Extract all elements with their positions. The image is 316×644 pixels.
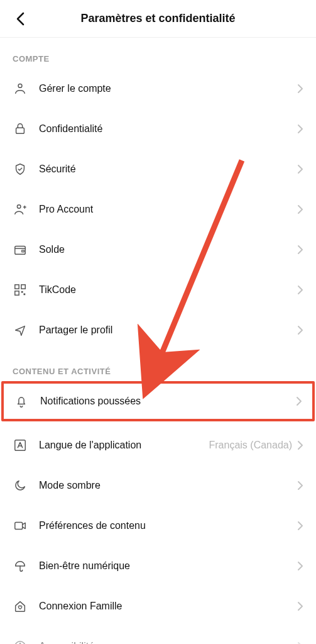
row-label: Partager le profil: [39, 325, 297, 336]
person-icon: [13, 81, 28, 96]
chevron-right-icon: [297, 204, 303, 214]
svg-rect-10: [15, 440, 26, 451]
umbrella-icon: [13, 558, 28, 574]
row-label: Accessibilité: [39, 641, 297, 644]
row-label: Gérer le compte: [39, 83, 297, 94]
row-label: Préférences de contenu: [39, 520, 297, 531]
row-family-pairing[interactable]: Connexion Famille: [0, 586, 316, 626]
lock-icon: [13, 121, 28, 136]
chevron-right-icon: [297, 601, 303, 611]
home-heart-icon: [13, 599, 28, 614]
row-dark-mode[interactable]: Mode sombre: [0, 465, 316, 506]
row-label: Confidentialité: [39, 123, 297, 135]
moon-icon: [13, 478, 28, 493]
qrcode-icon: [13, 282, 28, 297]
row-accessibility[interactable]: Accessibilité: [0, 626, 316, 644]
chevron-right-icon: [297, 325, 303, 335]
chevron-right-icon: [296, 396, 302, 406]
row-label: TikCode: [39, 284, 297, 296]
chevron-right-icon: [297, 164, 303, 174]
row-label: Notifications poussées: [40, 396, 296, 407]
language-icon: [13, 438, 28, 453]
row-value: Français (Canada): [209, 440, 293, 451]
row-label: Connexion Famille: [39, 601, 297, 612]
row-balance[interactable]: Solde: [0, 230, 316, 270]
svg-rect-5: [15, 285, 19, 289]
row-label: Pro Account: [39, 204, 297, 215]
svg-rect-8: [21, 291, 23, 293]
bell-icon: [14, 394, 29, 409]
chevron-right-icon: [297, 561, 303, 571]
svg-point-0: [18, 84, 22, 87]
row-digital-wellbeing[interactable]: Bien-être numérique: [0, 546, 316, 586]
row-content-preferences[interactable]: Préférences de contenu: [0, 506, 316, 546]
row-label: Solde: [39, 244, 297, 255]
row-label: Mode sombre: [39, 480, 297, 491]
back-button[interactable]: [10, 9, 30, 29]
page-title: Paramètres et confidentialité: [80, 12, 235, 25]
shield-icon: [13, 162, 28, 177]
chevron-right-icon: [297, 521, 303, 531]
accessibility-icon: [13, 639, 28, 644]
section-header-content-activity: CONTENU ET ACTIVITÉ: [0, 350, 316, 381]
chevron-right-icon: [297, 245, 303, 255]
row-label: Bien-être numérique: [39, 560, 297, 572]
wallet-icon: [13, 242, 28, 257]
chevron-right-icon: [297, 480, 303, 491]
svg-rect-4: [22, 250, 25, 252]
video-icon: [13, 518, 28, 533]
share-icon: [13, 323, 28, 338]
svg-rect-1: [16, 128, 25, 133]
row-tikcode[interactable]: TikCode: [0, 270, 316, 310]
row-pro-account[interactable]: Pro Account: [0, 189, 316, 230]
row-privacy[interactable]: Confidentialité: [0, 109, 316, 149]
chevron-right-icon: [297, 124, 303, 134]
person-plus-icon: [13, 202, 28, 217]
chevron-right-icon: [297, 84, 303, 94]
chevron-right-icon: [297, 440, 303, 450]
row-label: Langue de l'application: [39, 440, 209, 451]
chevron-left-icon: [16, 12, 25, 26]
chevron-right-icon: [297, 641, 303, 644]
row-share-profile[interactable]: Partager le profil: [0, 310, 316, 350]
row-security[interactable]: Sécurité: [0, 149, 316, 189]
row-app-language[interactable]: Langue de l'application Français (Canada…: [0, 425, 316, 465]
section-header-compte: COMPTE: [0, 38, 316, 69]
row-manage-account[interactable]: Gérer le compte: [0, 69, 316, 109]
svg-rect-6: [21, 285, 25, 289]
highlight-annotation: Notifications poussées: [1, 381, 315, 421]
svg-rect-9: [24, 294, 26, 296]
svg-rect-11: [15, 523, 23, 530]
svg-rect-7: [15, 291, 19, 295]
chevron-right-icon: [297, 285, 303, 295]
row-label: Sécurité: [39, 164, 297, 175]
row-push-notifications[interactable]: Notifications poussées: [4, 384, 312, 419]
header: Paramètres et confidentialité: [0, 0, 316, 38]
svg-point-2: [17, 205, 21, 209]
